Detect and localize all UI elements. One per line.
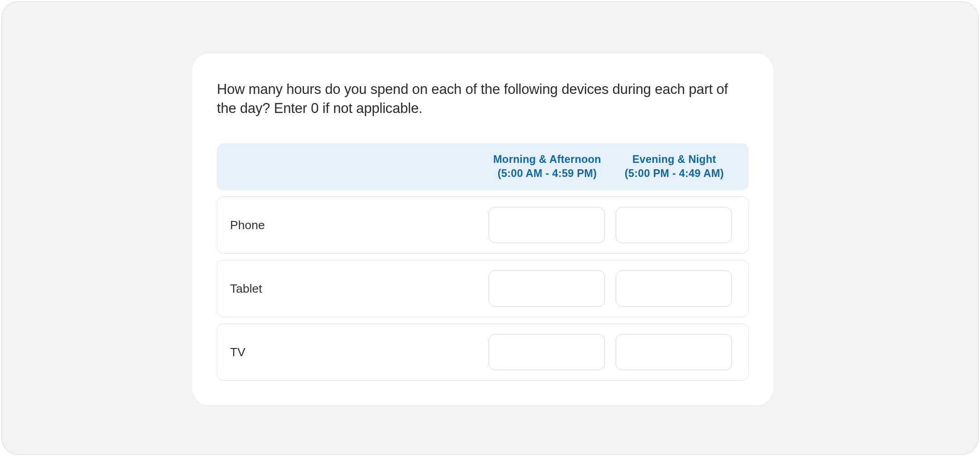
survey-card: How many hours do you spend on each of t… — [192, 54, 773, 405]
column-header-line1: Evening & Night — [632, 153, 716, 165]
column-header-line2: (5:00 AM - 4:59 PM) — [498, 167, 597, 179]
column-header-evening-night: Evening & Night (5:00 PM - 4:49 AM) — [611, 152, 738, 181]
column-header-morning-afternoon: Morning & Afternoon (5:00 AM - 4:59 PM) — [484, 152, 611, 181]
grid-row-phone: Phone — [217, 196, 749, 254]
column-header-line2: (5:00 PM - 4:49 AM) — [625, 167, 724, 179]
input-phone-morning[interactable] — [489, 207, 605, 243]
question-text: How many hours do you spend on each of t… — [217, 80, 749, 118]
input-tablet-morning[interactable] — [489, 270, 605, 307]
input-tv-morning[interactable] — [489, 334, 605, 370]
input-tablet-evening[interactable] — [616, 270, 732, 307]
input-tv-evening[interactable] — [616, 334, 732, 370]
row-label: TV — [228, 345, 483, 359]
column-header-line1: Morning & Afternoon — [493, 153, 601, 165]
cell — [483, 207, 610, 243]
cell — [610, 270, 737, 307]
grid-header-row: Morning & Afternoon (5:00 AM - 4:59 PM) … — [217, 143, 749, 190]
input-phone-evening[interactable] — [616, 207, 732, 243]
cell — [610, 334, 737, 370]
cell — [610, 207, 737, 243]
cell — [483, 334, 610, 370]
grid-row-tablet: Tablet — [217, 260, 749, 317]
row-label: Phone — [228, 218, 483, 232]
header-spacer — [228, 152, 484, 181]
grid-row-tv: TV — [217, 324, 749, 381]
cell — [483, 270, 610, 307]
page-frame: How many hours do you spend on each of t… — [1, 1, 979, 455]
row-label: Tablet — [228, 282, 483, 296]
